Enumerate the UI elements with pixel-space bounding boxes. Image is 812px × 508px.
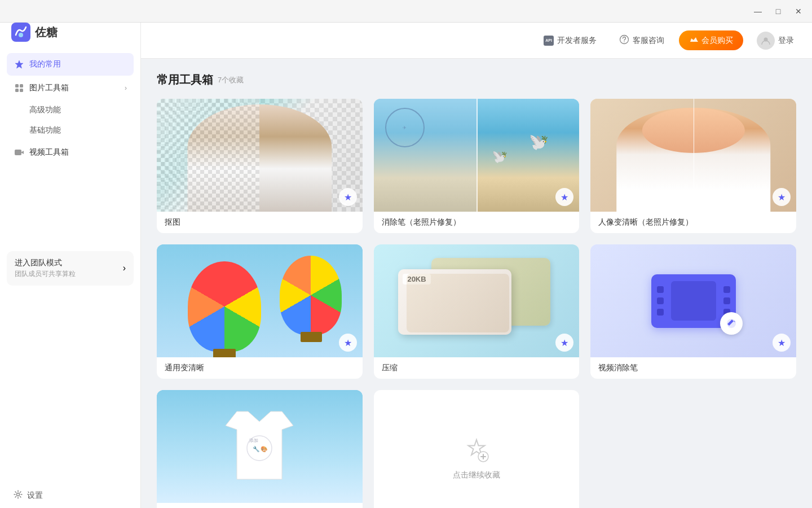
crown-icon <box>689 35 698 46</box>
eraser-image: ✈ 🕊️ 🕊️ ★ <box>374 99 580 212</box>
tool-grid: ★ 抠图 <box>157 99 796 508</box>
my-favorites-label: 我的常用 <box>29 59 127 69</box>
login-button[interactable]: 登录 <box>750 28 801 53</box>
section-title: 常用工具箱 <box>157 72 213 87</box>
tool-card-sharpen[interactable]: ★ 通用变清晰 <box>157 244 363 379</box>
app-header: API 开发者服务 客服咨询 <box>141 23 812 59</box>
tool-card-tshirt[interactable]: 添加 🔧 🎨 T恤设计 <box>157 390 363 508</box>
api-icon: API <box>544 36 554 46</box>
add-icon <box>461 434 492 466</box>
add-card-label: 点击继续收藏 <box>453 470 500 480</box>
svg-rect-0 <box>11 23 30 42</box>
compress-image: 50MB 20KB ★ <box>374 244 580 357</box>
login-label: 登录 <box>778 36 794 46</box>
sidebar-nav: 我的常用 图片工具箱 › <box>0 53 140 247</box>
sidebar-item-video-toolbox[interactable]: 视频工具箱 <box>7 141 134 164</box>
eraser-label: 消除笔（老照片修复） <box>374 212 580 233</box>
video-eraser-image: ★ <box>590 244 796 357</box>
vip-button[interactable]: 会员购买 <box>679 30 743 50</box>
tshirt-image: 添加 🔧 🎨 <box>157 390 363 503</box>
settings-item[interactable]: 设置 <box>0 483 140 508</box>
star-button-video-eraser[interactable]: ★ <box>773 334 791 352</box>
sidebar-item-image-toolbox[interactable]: 图片工具箱 › <box>7 77 134 99</box>
video-toolbox-label: 视频工具箱 <box>29 147 127 157</box>
customer-service-button[interactable]: 客服咨询 <box>611 31 672 50</box>
chevron-right-icon: › <box>125 84 127 92</box>
section-header: 常用工具箱 7个收藏 <box>157 72 796 87</box>
advanced-label: 高级功能 <box>29 105 61 115</box>
team-card-text: 进入团队模式 团队成员可共享算粒 <box>15 258 76 279</box>
tool-card-eraser[interactable]: ✈ 🕊️ 🕊️ ★ 消除笔（老照片修复） <box>374 99 580 233</box>
team-sub: 团队成员可共享算粒 <box>15 269 76 279</box>
main-content: 常用工具箱 7个收藏 ★ <box>141 59 812 508</box>
svg-rect-3 <box>20 84 23 87</box>
vip-label: 会员购买 <box>701 36 733 46</box>
logo-text: 佐糖 <box>35 25 58 40</box>
sidebar-item-advanced[interactable]: 高级功能 <box>7 100 134 120</box>
body-area: 佐糖 我的常用 <box>0 23 812 508</box>
svg-text:添加: 添加 <box>249 438 258 443</box>
svg-point-1 <box>19 33 23 37</box>
sidebar-item-my-favorites[interactable]: 我的常用 <box>7 53 134 76</box>
settings-icon <box>14 490 23 501</box>
video-toolbox-icon <box>14 147 25 158</box>
help-icon <box>619 34 629 46</box>
window-controls: — □ ✕ <box>749 2 807 20</box>
sharpen-image: ★ <box>157 244 363 357</box>
dev-service-label: 开发者服务 <box>557 36 597 46</box>
svg-rect-4 <box>15 89 19 92</box>
star-icon <box>14 59 25 70</box>
team-mode-card[interactable]: 进入团队模式 团队成员可共享算粒 › <box>7 251 134 286</box>
sharpen-label: 通用变清晰 <box>157 357 363 379</box>
star-button-cutout[interactable]: ★ <box>339 188 357 206</box>
logo-icon <box>11 23 30 42</box>
close-button[interactable]: ✕ <box>789 2 807 20</box>
minimize-button[interactable]: — <box>749 2 767 20</box>
compress-label: 压缩 <box>374 357 580 379</box>
svg-point-8 <box>620 36 629 44</box>
dev-service-button[interactable]: API 开发者服务 <box>536 32 604 49</box>
team-title: 进入团队模式 <box>15 258 76 268</box>
header-right: API 开发者服务 客服咨询 <box>536 28 801 53</box>
image-toolbox-label: 图片工具箱 <box>29 83 120 93</box>
svg-point-9 <box>624 41 625 42</box>
tshirt-label: T恤设计 <box>157 503 363 508</box>
logo-area: 佐糖 <box>0 23 140 53</box>
sidebar-item-basic[interactable]: 基础功能 <box>7 121 134 140</box>
cutout-image: ★ <box>157 99 363 212</box>
tool-card-video-eraser[interactable]: ★ 视频消除笔 <box>590 244 796 379</box>
svg-rect-5 <box>20 89 23 92</box>
portrait-image: ★ <box>590 99 796 212</box>
user-avatar <box>757 32 775 50</box>
portrait-label: 人像变清晰（老照片修复） <box>590 212 796 233</box>
svg-rect-2 <box>15 84 19 87</box>
svg-text:🎨: 🎨 <box>261 445 268 453</box>
svg-point-7 <box>17 493 20 496</box>
titlebar: — □ ✕ <box>0 0 812 23</box>
star-button-sharpen[interactable]: ★ <box>339 334 357 352</box>
basic-label: 基础功能 <box>29 125 61 135</box>
settings-label: 设置 <box>27 491 43 501</box>
svg-rect-6 <box>15 150 21 155</box>
image-toolbox-icon <box>14 82 25 94</box>
svg-text:🔧: 🔧 <box>253 445 260 453</box>
sidebar: 佐糖 我的常用 <box>0 23 141 508</box>
tool-card-compress[interactable]: 50MB 20KB ★ <box>374 244 580 379</box>
customer-service-label: 客服咨询 <box>633 36 664 46</box>
app-container: — □ ✕ 佐糖 <box>0 0 812 508</box>
maximize-button[interactable]: □ <box>769 2 787 20</box>
cutout-label: 抠图 <box>157 212 363 233</box>
section-badge: 7个收藏 <box>218 75 244 85</box>
tool-card-cutout[interactable]: ★ 抠图 <box>157 99 363 233</box>
tool-card-portrait[interactable]: ★ 人像变清晰（老照片修复） <box>590 99 796 233</box>
add-favorite-card[interactable]: 点击继续收藏 <box>374 390 580 508</box>
star-button-portrait[interactable]: ★ <box>773 188 791 206</box>
team-chevron-icon: › <box>123 263 126 273</box>
video-eraser-label: 视频消除笔 <box>590 357 796 379</box>
